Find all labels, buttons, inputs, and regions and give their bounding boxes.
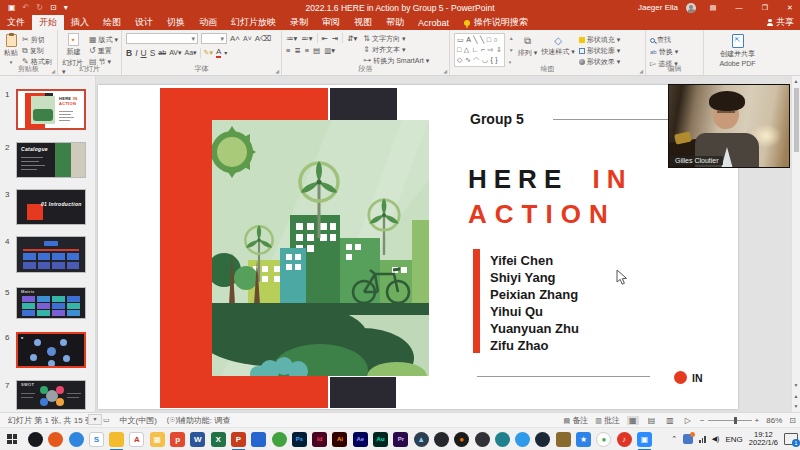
columns-button[interactable]: ▥▾	[324, 46, 335, 55]
taskbar-app-game-app[interactable]	[434, 432, 449, 447]
network-icon[interactable]	[699, 436, 706, 443]
start-slideshow-icon[interactable]: ⊡	[50, 3, 57, 12]
volume-icon[interactable]: ◀)	[712, 435, 720, 443]
shape-glyph-1-4[interactable]: ⇨	[488, 45, 494, 54]
shape-glyph-1-1[interactable]: △	[464, 45, 469, 54]
vertical-scrollbar[interactable]: ▲ ▼ ▲ ▼	[791, 76, 800, 412]
taskbar-app-reader-app[interactable]: ●	[596, 432, 611, 447]
zoom-in-icon[interactable]: +	[755, 416, 760, 425]
shape-glyph-0-1[interactable]: A	[466, 35, 471, 44]
font-size-combobox[interactable]: ▾	[201, 33, 227, 44]
ribbon-tab-9[interactable]: 审阅	[315, 15, 347, 30]
underline-button[interactable]: U	[141, 48, 147, 58]
taskbar-app-excel[interactable]: X	[211, 432, 226, 447]
paragraph-dialog-launcher-icon[interactable]: ◢	[443, 68, 447, 74]
taskbar-app-photoshop[interactable]: Ps	[292, 432, 307, 447]
ribbon-tab-5[interactable]: 切换	[160, 15, 192, 30]
input-language[interactable]: ENG	[725, 435, 742, 444]
taskbar-app-book-app[interactable]	[556, 432, 571, 447]
taskbar-app-acrobat-reader[interactable]: A	[129, 432, 144, 447]
shape-glyph-0-0[interactable]: ▭	[457, 35, 464, 44]
font-color-arrow-icon[interactable]: ▾	[224, 49, 227, 56]
taskbar-app-alienware[interactable]	[28, 432, 43, 447]
ribbon-tab-10[interactable]: 视图	[347, 15, 379, 30]
taskbar-app-sogou-input[interactable]: S	[89, 432, 104, 447]
increase-indent-button[interactable]: ⇥	[332, 34, 338, 43]
notification-center-icon[interactable]: 1	[784, 433, 798, 445]
clipboard-dialog-launcher-icon[interactable]: ◢	[51, 68, 55, 74]
team-names-list[interactable]: Yifei ChenShiyi YangPeixian ZhangYihui Q…	[490, 252, 579, 354]
zoom-out-icon[interactable]: −	[700, 416, 705, 425]
taskbar-app-after-effects[interactable]: Ae	[353, 432, 368, 447]
shape-glyph-1-3[interactable]: ⌐	[481, 45, 485, 54]
ribbon-tab-3[interactable]: 绘图	[96, 15, 128, 30]
webcam-overlay[interactable]: Gilles Cloutier	[668, 84, 790, 168]
save-icon[interactable]: ▣	[8, 3, 16, 12]
create-share-adobe-pdf-button[interactable]: 创建并共享 Adobe PDF	[708, 33, 767, 67]
taskbar-app-chart-app[interactable]: ▦	[150, 432, 165, 447]
slide-canvas[interactable]: Group 5 HERE IN ACTION Yifei ChenShiyi Y…	[98, 85, 738, 409]
arrange-button[interactable]: ⧉ 排列 ▾	[518, 33, 537, 67]
shape-glyph-2-4[interactable]: {	[490, 55, 492, 64]
display-settings-icon[interactable]: ▭	[103, 416, 110, 424]
next-slide-icon[interactable]: ▼	[792, 403, 800, 409]
start-button[interactable]	[0, 428, 24, 450]
shape-outline-button[interactable]: 形状轮廓 ▾	[579, 46, 621, 56]
font-color-button[interactable]: A	[216, 47, 221, 58]
taskbar-app-blender[interactable]: ●	[454, 432, 469, 447]
taskbar-app-arc-app[interactable]: ▲	[414, 432, 429, 447]
customize-qat-icon[interactable]: ▾	[64, 3, 68, 12]
redo-icon[interactable]: ↻	[36, 3, 43, 12]
zoom-percentage[interactable]: 86%	[766, 416, 782, 425]
ribbon-tab-2[interactable]: 插入	[64, 15, 96, 30]
restore-button[interactable]: ❐	[756, 0, 774, 15]
scrollbar-thumb[interactable]	[794, 88, 799, 152]
shape-glyph-0-3[interactable]: ╲	[480, 35, 484, 44]
character-spacing-button[interactable]: AV▾	[169, 49, 181, 57]
account-name[interactable]: Jaeger Ella	[638, 3, 678, 12]
drawing-dialog-launcher-icon[interactable]: ◢	[639, 68, 643, 74]
group-number-text[interactable]: Group 5	[470, 111, 524, 127]
ribbon-tab-4[interactable]: 设计	[128, 15, 160, 30]
font-dialog-launcher-icon[interactable]: ◢	[275, 68, 279, 74]
bold-button[interactable]: B	[126, 48, 132, 58]
replace-button[interactable]: ab替换 ▾	[650, 47, 700, 57]
slide-title-line2[interactable]: ACTION	[468, 199, 616, 230]
eco-city-illustration[interactable]	[212, 120, 429, 376]
fit-to-window-icon[interactable]: ⊡	[789, 416, 796, 425]
thumbnail-pane-collapse-button[interactable]: ▾	[88, 414, 102, 425]
minimize-button[interactable]: —	[730, 0, 748, 15]
taskbar-app-audition[interactable]: Au	[373, 432, 388, 447]
slide-title-line1[interactable]: HERE IN	[468, 164, 632, 195]
taskbar-app-star-app[interactable]: ★	[576, 432, 591, 447]
shape-fill-button[interactable]: 形状填充 ▾	[579, 35, 621, 45]
ribbon-tab-6[interactable]: 动画	[192, 15, 224, 30]
slide-black-rectangle-top[interactable]	[330, 88, 397, 123]
shape-glyph-0-2[interactable]: ╲	[473, 35, 477, 44]
italic-button[interactable]: I	[135, 48, 137, 58]
shape-glyph-0-5[interactable]: ○	[493, 35, 497, 44]
slide-black-rectangle-bottom[interactable]	[330, 377, 396, 408]
undo-icon[interactable]: ↶	[23, 3, 30, 12]
taskbar-app-powerpoint[interactable]: P	[231, 432, 246, 447]
language-indicator[interactable]: 中文(中国)	[120, 415, 157, 426]
taskbar-app-illustrator[interactable]: Ai	[332, 432, 347, 447]
shapes-gallery-scroll[interactable]: ▲▼▾	[509, 33, 514, 67]
tell-me-search[interactable]: 操作说明搜索	[456, 15, 536, 30]
notes-button[interactable]: ▤ 备注	[563, 415, 588, 426]
comments-button[interactable]: ▥ 批注	[595, 415, 620, 426]
previous-slide-icon[interactable]: ▲	[792, 393, 800, 399]
taskbar-app-clock-app[interactable]	[495, 432, 510, 447]
taskbar-app-alienware-cc[interactable]	[48, 432, 63, 447]
slide-counter[interactable]: 幻灯片 第 1 张, 共 15 张	[8, 415, 93, 426]
ribbon-tab-0[interactable]: 文件	[0, 15, 32, 30]
layout-button[interactable]: ▦版式 ▾	[89, 35, 118, 45]
footer-red-dot[interactable]	[674, 371, 687, 384]
ribbon-tab-8[interactable]: 录制	[283, 15, 315, 30]
clock[interactable]: 19:12 2022/1/6	[749, 431, 778, 447]
taskbar-app-browser-blue[interactable]	[69, 432, 84, 447]
text-direction-button[interactable]: ⇅文字方向 ▾	[363, 34, 429, 44]
justify-button[interactable]: ▤	[313, 46, 320, 55]
shape-glyph-2-2[interactable]: ◠	[473, 55, 479, 64]
highlight-color-button[interactable]: ✎▾	[204, 49, 213, 57]
